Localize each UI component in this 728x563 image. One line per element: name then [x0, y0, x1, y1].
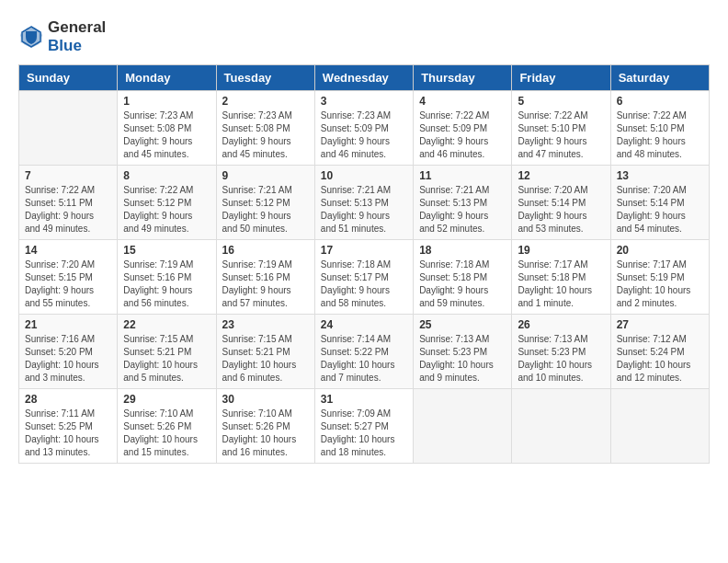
day-number: 8 [123, 169, 210, 182]
day-number: 14 [25, 244, 111, 257]
day-number: 3 [321, 95, 407, 108]
calendar-cell: 10Sunrise: 7:21 AM Sunset: 5:13 PM Dayli… [314, 166, 413, 240]
day-number: 24 [321, 318, 407, 331]
day-number: 30 [222, 393, 309, 406]
day-info: Sunrise: 7:22 AM Sunset: 5:10 PM Dayligh… [518, 109, 604, 161]
day-number: 5 [518, 95, 604, 108]
day-info: Sunrise: 7:21 AM Sunset: 5:12 PM Dayligh… [222, 184, 309, 236]
day-number: 17 [321, 244, 407, 257]
calendar-cell: 18Sunrise: 7:18 AM Sunset: 5:18 PM Dayli… [414, 240, 512, 315]
day-info: Sunrise: 7:17 AM Sunset: 5:18 PM Dayligh… [518, 259, 604, 310]
day-info: Sunrise: 7:22 AM Sunset: 5:12 PM Dayligh… [123, 184, 210, 236]
day-number: 9 [222, 169, 309, 182]
calendar-cell: 29Sunrise: 7:10 AM Sunset: 5:26 PM Dayli… [118, 389, 216, 464]
calendar-cell: 26Sunrise: 7:13 AM Sunset: 5:23 PM Dayli… [512, 315, 610, 389]
calendar-cell [414, 389, 512, 464]
day-info: Sunrise: 7:15 AM Sunset: 5:21 PM Dayligh… [123, 333, 210, 385]
day-info: Sunrise: 7:12 AM Sunset: 5:24 PM Dayligh… [617, 333, 703, 385]
day-number: 21 [25, 318, 111, 331]
calendar-header-sunday: Sunday [19, 65, 118, 91]
day-info: Sunrise: 7:11 AM Sunset: 5:25 PM Dayligh… [25, 408, 111, 459]
calendar-cell: 30Sunrise: 7:10 AM Sunset: 5:26 PM Dayli… [216, 389, 314, 464]
day-info: Sunrise: 7:15 AM Sunset: 5:21 PM Dayligh… [222, 333, 309, 385]
calendar-cell: 2Sunrise: 7:23 AM Sunset: 5:08 PM Daylig… [216, 91, 314, 166]
day-info: Sunrise: 7:19 AM Sunset: 5:16 PM Dayligh… [222, 259, 309, 310]
day-info: Sunrise: 7:23 AM Sunset: 5:09 PM Dayligh… [321, 109, 407, 161]
day-info: Sunrise: 7:21 AM Sunset: 5:13 PM Dayligh… [419, 184, 506, 236]
calendar-cell: 17Sunrise: 7:18 AM Sunset: 5:17 PM Dayli… [314, 240, 413, 315]
day-number: 6 [617, 95, 703, 108]
calendar-cell: 4Sunrise: 7:22 AM Sunset: 5:09 PM Daylig… [414, 91, 512, 166]
day-info: Sunrise: 7:21 AM Sunset: 5:13 PM Dayligh… [321, 184, 407, 236]
page-header: General Blue [18, 18, 710, 55]
day-info: Sunrise: 7:09 AM Sunset: 5:27 PM Dayligh… [321, 408, 407, 459]
calendar-cell: 28Sunrise: 7:11 AM Sunset: 5:25 PM Dayli… [19, 389, 118, 464]
day-number: 11 [419, 169, 506, 182]
day-info: Sunrise: 7:13 AM Sunset: 5:23 PM Dayligh… [518, 333, 604, 385]
day-number: 25 [419, 318, 506, 331]
day-info: Sunrise: 7:18 AM Sunset: 5:17 PM Dayligh… [321, 259, 407, 310]
calendar-cell: 19Sunrise: 7:17 AM Sunset: 5:18 PM Dayli… [512, 240, 610, 315]
calendar-cell: 20Sunrise: 7:17 AM Sunset: 5:19 PM Dayli… [610, 240, 709, 315]
calendar-cell: 25Sunrise: 7:13 AM Sunset: 5:23 PM Dayli… [414, 315, 512, 389]
day-number: 18 [419, 244, 506, 257]
day-number: 1 [123, 95, 210, 108]
calendar-header-saturday: Saturday [610, 65, 709, 91]
calendar-cell: 11Sunrise: 7:21 AM Sunset: 5:13 PM Dayli… [414, 166, 512, 240]
day-info: Sunrise: 7:22 AM Sunset: 5:11 PM Dayligh… [25, 184, 111, 236]
calendar-cell [512, 389, 610, 464]
calendar-cell: 15Sunrise: 7:19 AM Sunset: 5:16 PM Dayli… [118, 240, 216, 315]
day-info: Sunrise: 7:17 AM Sunset: 5:19 PM Dayligh… [617, 259, 703, 310]
day-number: 4 [419, 95, 506, 108]
day-number: 15 [123, 244, 210, 257]
calendar-header-tuesday: Tuesday [216, 65, 314, 91]
day-info: Sunrise: 7:19 AM Sunset: 5:16 PM Dayligh… [123, 259, 210, 310]
calendar-cell [19, 91, 118, 166]
calendar-cell: 6Sunrise: 7:22 AM Sunset: 5:10 PM Daylig… [610, 91, 709, 166]
day-number: 19 [518, 244, 604, 257]
calendar-week-1: 1Sunrise: 7:23 AM Sunset: 5:08 PM Daylig… [19, 91, 710, 166]
calendar-cell: 3Sunrise: 7:23 AM Sunset: 5:09 PM Daylig… [314, 91, 413, 166]
day-number: 13 [617, 169, 703, 182]
day-number: 22 [123, 318, 210, 331]
day-info: Sunrise: 7:22 AM Sunset: 5:10 PM Dayligh… [617, 109, 703, 161]
day-info: Sunrise: 7:23 AM Sunset: 5:08 PM Dayligh… [123, 109, 210, 161]
calendar-week-2: 7Sunrise: 7:22 AM Sunset: 5:11 PM Daylig… [19, 166, 710, 240]
day-number: 31 [321, 393, 407, 406]
day-info: Sunrise: 7:10 AM Sunset: 5:26 PM Dayligh… [222, 408, 309, 459]
calendar-body: 1Sunrise: 7:23 AM Sunset: 5:08 PM Daylig… [19, 91, 710, 464]
calendar-table: SundayMondayTuesdayWednesdayThursdayFrid… [18, 64, 710, 464]
day-info: Sunrise: 7:20 AM Sunset: 5:14 PM Dayligh… [617, 184, 703, 236]
day-number: 12 [518, 169, 604, 182]
day-info: Sunrise: 7:13 AM Sunset: 5:23 PM Dayligh… [419, 333, 506, 385]
day-number: 23 [222, 318, 309, 331]
calendar-cell: 16Sunrise: 7:19 AM Sunset: 5:16 PM Dayli… [216, 240, 314, 315]
calendar-header-friday: Friday [512, 65, 610, 91]
calendar-header-thursday: Thursday [414, 65, 512, 91]
day-number: 27 [617, 318, 703, 331]
day-info: Sunrise: 7:20 AM Sunset: 5:15 PM Dayligh… [25, 259, 111, 310]
calendar-cell: 31Sunrise: 7:09 AM Sunset: 5:27 PM Dayli… [314, 389, 413, 464]
day-info: Sunrise: 7:22 AM Sunset: 5:09 PM Dayligh… [419, 109, 506, 161]
day-info: Sunrise: 7:18 AM Sunset: 5:18 PM Dayligh… [419, 259, 506, 310]
calendar-cell: 1Sunrise: 7:23 AM Sunset: 5:08 PM Daylig… [118, 91, 216, 166]
calendar-header-wednesday: Wednesday [314, 65, 413, 91]
day-number: 10 [321, 169, 407, 182]
day-info: Sunrise: 7:14 AM Sunset: 5:22 PM Dayligh… [321, 333, 407, 385]
logo-icon [18, 24, 44, 50]
calendar-cell: 9Sunrise: 7:21 AM Sunset: 5:12 PM Daylig… [216, 166, 314, 240]
calendar-cell: 7Sunrise: 7:22 AM Sunset: 5:11 PM Daylig… [19, 166, 118, 240]
day-info: Sunrise: 7:20 AM Sunset: 5:14 PM Dayligh… [518, 184, 604, 236]
day-number: 20 [617, 244, 703, 257]
calendar-cell: 5Sunrise: 7:22 AM Sunset: 5:10 PM Daylig… [512, 91, 610, 166]
calendar-cell: 14Sunrise: 7:20 AM Sunset: 5:15 PM Dayli… [19, 240, 118, 315]
day-number: 26 [518, 318, 604, 331]
calendar-cell: 23Sunrise: 7:15 AM Sunset: 5:21 PM Dayli… [216, 315, 314, 389]
calendar-cell: 21Sunrise: 7:16 AM Sunset: 5:20 PM Dayli… [19, 315, 118, 389]
day-number: 28 [25, 393, 111, 406]
day-info: Sunrise: 7:10 AM Sunset: 5:26 PM Dayligh… [123, 408, 210, 459]
calendar-header-monday: Monday [118, 65, 216, 91]
day-number: 7 [25, 169, 111, 182]
day-info: Sunrise: 7:16 AM Sunset: 5:20 PM Dayligh… [25, 333, 111, 385]
calendar-cell: 22Sunrise: 7:15 AM Sunset: 5:21 PM Dayli… [118, 315, 216, 389]
